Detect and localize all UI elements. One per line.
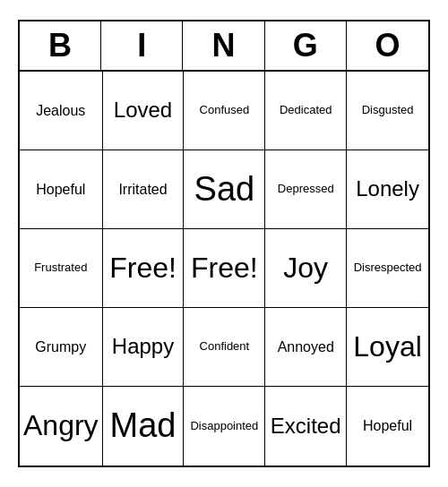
bingo-header: BINGO — [20, 21, 428, 72]
bingo-cell: Loyal — [347, 308, 428, 387]
cell-text: Annoyed — [278, 339, 334, 355]
cell-text: Confused — [200, 104, 250, 116]
cell-text: Depressed — [278, 183, 334, 195]
cell-text: Free! — [109, 252, 177, 284]
header-letter: B — [20, 21, 101, 70]
header-letter: G — [265, 21, 347, 70]
cell-text: Hopeful — [36, 182, 85, 198]
header-letter: O — [347, 21, 428, 70]
cell-text: Mad — [110, 407, 177, 445]
bingo-cell: Loved — [103, 72, 185, 150]
bingo-cell: Frustrated — [20, 229, 103, 308]
bingo-cell: Free! — [103, 229, 185, 308]
header-letter: N — [183, 21, 264, 70]
header-letter: I — [101, 21, 183, 70]
cell-text: Frustrated — [34, 261, 87, 274]
cell-text: Sad — [194, 171, 255, 209]
cell-text: Disappointed — [190, 420, 258, 432]
cell-text: Free! — [191, 252, 258, 284]
cell-text: Angry — [23, 410, 99, 441]
bingo-cell: Disappointed — [184, 387, 265, 466]
bingo-grid: JealousLovedConfusedDedicatedDisgustedHo… — [20, 72, 428, 466]
cell-text: Joy — [283, 252, 328, 284]
cell-text: Grumpy — [35, 339, 86, 355]
bingo-cell: Confident — [184, 308, 265, 387]
cell-text: Hopeful — [363, 418, 412, 434]
bingo-cell: Annoyed — [265, 308, 347, 387]
bingo-cell: Angry — [20, 387, 103, 466]
bingo-cell: Dedicated — [265, 72, 347, 150]
cell-text: Irritated — [118, 182, 167, 198]
cell-text: Dedicated — [280, 104, 332, 116]
cell-text: Loved — [114, 98, 172, 122]
bingo-cell: Jealous — [20, 72, 103, 150]
bingo-cell: Mad — [103, 387, 185, 466]
bingo-cell: Disgusted — [347, 72, 428, 150]
bingo-cell: Lonely — [347, 150, 428, 229]
bingo-cell: Confused — [184, 72, 265, 150]
bingo-cell: Excited — [265, 387, 347, 466]
cell-text: Excited — [271, 414, 341, 438]
bingo-cell: Joy — [265, 229, 347, 308]
bingo-cell: Grumpy — [20, 308, 103, 387]
cell-text: Confident — [200, 340, 250, 353]
cell-text: Happy — [112, 335, 174, 358]
bingo-cell: Sad — [184, 150, 265, 229]
bingo-card: BINGO JealousLovedConfusedDedicatedDisgu… — [18, 20, 430, 467]
bingo-cell: Hopeful — [347, 387, 428, 466]
bingo-cell: Happy — [103, 308, 185, 387]
cell-text: Disgusted — [362, 104, 414, 116]
bingo-cell: Disrespected — [347, 229, 428, 308]
bingo-cell: Hopeful — [20, 150, 103, 229]
cell-text: Disrespected — [354, 261, 422, 274]
bingo-cell: Free! — [184, 229, 265, 308]
cell-text: Loyal — [353, 331, 422, 363]
bingo-cell: Depressed — [265, 150, 347, 229]
cell-text: Lonely — [356, 177, 419, 201]
cell-text: Jealous — [36, 103, 85, 119]
bingo-cell: Irritated — [103, 150, 185, 229]
